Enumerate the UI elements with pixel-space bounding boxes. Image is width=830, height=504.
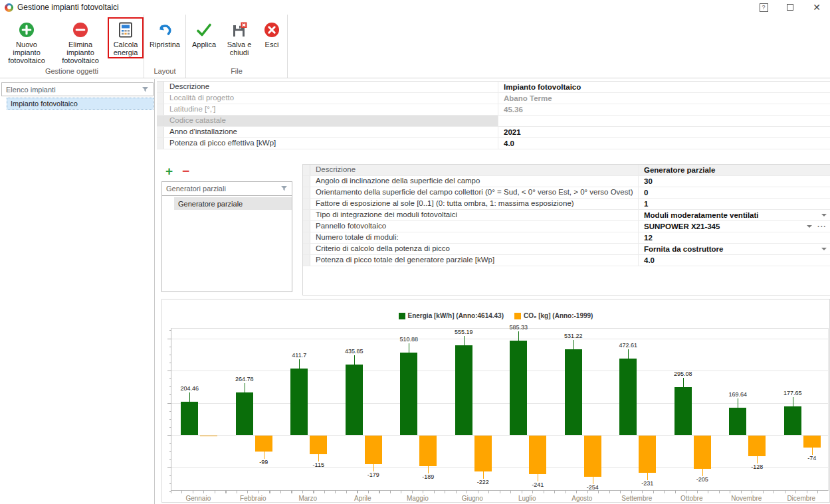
row-selector[interactable] xyxy=(157,82,164,92)
property-value[interactable]: 0 xyxy=(639,187,830,198)
filter-icon[interactable] xyxy=(280,185,288,192)
y-axis-tick xyxy=(167,467,171,468)
energy-bar-label: 510.88 xyxy=(400,336,419,343)
label-callout-line xyxy=(738,398,738,408)
dropdown-arrow-icon[interactable] xyxy=(807,225,812,228)
close-button[interactable]: ✕ xyxy=(803,0,830,15)
ribbon-group: ApplicaSalva e chiudiEsciFile xyxy=(186,15,288,78)
row-selector[interactable] xyxy=(303,165,310,175)
applica-button[interactable]: Applica xyxy=(187,19,221,49)
generators-list-header: Generatori parziali xyxy=(162,182,292,196)
esci-button[interactable]: Esci xyxy=(258,19,286,49)
property-value[interactable]: 45.36 xyxy=(498,104,830,115)
property-value-text: 1 xyxy=(644,200,827,208)
property-value[interactable]: 30 xyxy=(639,176,830,187)
property-value-text: 12 xyxy=(644,234,827,242)
row-selector[interactable] xyxy=(303,176,310,187)
row-selector[interactable] xyxy=(303,244,310,254)
legend-item: CO₂ [kg] (Anno:-1999) xyxy=(514,312,593,319)
ripristina-button[interactable]: Ripristina xyxy=(146,19,184,49)
ribbon-button-label: Applica xyxy=(192,41,216,48)
remove-generator-button[interactable]: − xyxy=(182,165,189,177)
co2-bar-label: -99 xyxy=(259,459,268,465)
property-value[interactable]: Abano Terme xyxy=(498,93,830,104)
label-callout-line xyxy=(409,343,409,353)
dropdown-arrow-icon[interactable] xyxy=(821,214,827,216)
property-label: Codice catastale xyxy=(164,116,498,126)
row-selector[interactable] xyxy=(303,255,310,266)
property-label: Pannello fotovoltaico xyxy=(310,221,639,232)
property-value[interactable]: 4.0 xyxy=(639,255,830,266)
property-value[interactable] xyxy=(498,116,830,126)
co2-bar xyxy=(529,436,546,474)
property-value[interactable]: Fornita da costruttore xyxy=(639,244,830,254)
energy-bar-label: 435.85 xyxy=(345,348,363,355)
generator-list-item[interactable]: Generatore parziale xyxy=(174,197,292,210)
property-row: Località di progettoAbano Terme xyxy=(157,93,830,104)
plants-list-header: Elenco impianti xyxy=(1,82,154,96)
property-value[interactable]: Impianto fotovoltaico xyxy=(498,82,830,92)
co2-bar-label: -179 xyxy=(367,471,379,478)
co2-bar-label: -74 xyxy=(807,455,816,462)
dropdown-arrow-icon[interactable] xyxy=(821,248,827,250)
salva-e-chiudi-button[interactable]: Salva e chiudi xyxy=(221,19,258,57)
property-value[interactable]: 2021 xyxy=(498,127,830,137)
property-value[interactable]: 12 xyxy=(639,232,830,243)
row-selector[interactable] xyxy=(303,199,310,209)
row-selector[interactable] xyxy=(303,221,310,232)
row-selector[interactable] xyxy=(303,187,310,198)
sidebar-item-impianto[interactable]: Impianto fotovoltaico xyxy=(7,98,154,110)
property-label: Fattore di esposizione al sole [0..1] (0… xyxy=(310,199,639,209)
property-value[interactable]: Moduli moderatamente ventilati xyxy=(639,210,830,220)
co2-bar-label: -241 xyxy=(532,481,544,488)
property-label: Criterio di calcolo della potenza di pic… xyxy=(310,244,639,254)
label-callout-line xyxy=(264,452,264,459)
property-value[interactable]: 1 xyxy=(639,199,830,209)
label-callout-line xyxy=(683,378,684,387)
property-label: Potenza di picco effettiva [kWp] xyxy=(164,138,498,149)
help-button[interactable]: ? xyxy=(750,0,777,15)
energy-bar xyxy=(619,359,637,435)
energy-bar xyxy=(674,387,692,435)
row-selector[interactable] xyxy=(303,232,310,243)
row-selector[interactable] xyxy=(303,210,310,220)
property-value-text: 2021 xyxy=(504,128,827,136)
property-value[interactable]: Generatore parziale xyxy=(639,165,830,175)
property-value[interactable]: 4.0 xyxy=(498,138,830,149)
energy-bar xyxy=(290,369,308,435)
energy-chart-panel: Energia [kW/h] (Anno:4614.43)CO₂ [kg] (A… xyxy=(161,299,830,503)
co2-bar xyxy=(639,436,656,473)
generator-property-grid: DescrizioneGeneratore parzialeAngolo di … xyxy=(302,164,830,295)
property-value[interactable]: SUNPOWER X21-345··· xyxy=(639,221,830,232)
ribbon-button-label: Calcola energia xyxy=(112,41,140,56)
help-icon: ? xyxy=(760,3,768,12)
property-label: Angolo di inclinazione della superficie … xyxy=(310,176,639,187)
row-selector[interactable] xyxy=(157,104,164,115)
row-selector[interactable] xyxy=(157,93,164,104)
ribbon-button-label: Elimina impianto fotovoltaico xyxy=(54,41,106,64)
row-selector[interactable] xyxy=(157,127,164,137)
label-callout-line xyxy=(245,383,245,392)
property-value-text: 4.0 xyxy=(644,256,827,264)
calcola-energia-button[interactable]: Calcola energia xyxy=(109,19,142,57)
add-generator-button[interactable]: + xyxy=(165,165,173,177)
elimina-impianto-fotovoltaico-button[interactable]: Elimina impianto fotovoltaico xyxy=(52,19,109,65)
month-label: Ottobre xyxy=(665,495,720,502)
co2-bar xyxy=(200,436,217,436)
maximize-icon xyxy=(787,4,793,11)
legend-label: Energia [kW/h] (Anno:4614.43) xyxy=(408,312,504,319)
ribbon-group: Nuovo impianto fotovoltaicoElimina impia… xyxy=(0,15,144,78)
nuovo-impianto-fotovoltaico-button[interactable]: Nuovo impianto fotovoltaico xyxy=(1,19,52,65)
co2-bar-label: -115 xyxy=(313,462,324,468)
maximize-button[interactable] xyxy=(777,0,803,15)
filter-icon[interactable] xyxy=(142,86,149,93)
energy-bar xyxy=(400,353,417,435)
energy-bar-label: 264.78 xyxy=(235,376,254,382)
chart-legend: Energia [kW/h] (Anno:4614.43)CO₂ [kg] (A… xyxy=(162,312,829,319)
property-row: Potenza di picco effettiva [kWp]4.0 xyxy=(157,138,830,149)
y-axis-tick xyxy=(169,378,171,379)
row-selector[interactable] xyxy=(157,138,164,149)
row-selector[interactable] xyxy=(157,116,164,126)
label-callout-line xyxy=(373,464,374,471)
ellipsis-button[interactable]: ··· xyxy=(817,222,827,230)
